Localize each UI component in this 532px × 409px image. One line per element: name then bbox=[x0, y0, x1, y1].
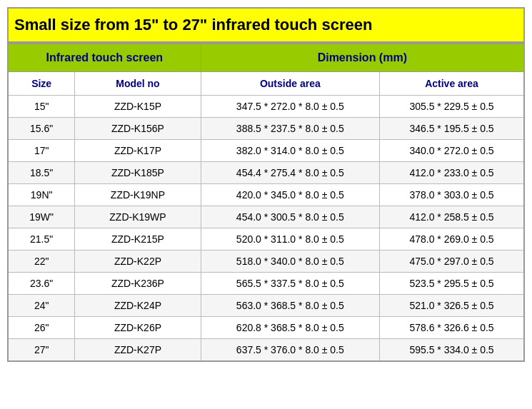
cell-outside: 620.8 * 368.5 * 8.0 ± 0.5 bbox=[201, 317, 379, 339]
table-row: 22"ZZD-K22P518.0 * 340.0 * 8.0 ± 0.5475.… bbox=[8, 251, 524, 273]
cell-active: 340.0 * 272.0 ± 0.5 bbox=[380, 140, 524, 162]
table-subheader-row: Size Model no Outside area Active area bbox=[8, 72, 524, 96]
col-outside: Outside area bbox=[201, 72, 379, 96]
cell-active: 475.0 * 297.0 ± 0.5 bbox=[380, 251, 524, 273]
cell-model: ZZD-K19WP bbox=[75, 206, 201, 228]
cell-outside: 520.0 * 311.0 * 8.0 ± 0.5 bbox=[201, 228, 379, 251]
table-row: 21.5"ZZD-K215P520.0 * 311.0 * 8.0 ± 0.54… bbox=[8, 228, 524, 251]
cell-model: ZZD-K19NP bbox=[75, 184, 201, 206]
col-active: Active area bbox=[380, 72, 524, 96]
cell-model: ZZD-K22P bbox=[75, 251, 201, 273]
cell-size: 21.5" bbox=[8, 228, 75, 251]
table-row: 17"ZZD-K17P382.0 * 314.0 * 8.0 ± 0.5340.… bbox=[8, 140, 524, 162]
cell-model: ZZD-K215P bbox=[75, 228, 201, 251]
header-dimension: Dimension (mm) bbox=[201, 44, 524, 72]
cell-size: 22" bbox=[8, 251, 75, 273]
cell-outside: 565.5 * 337.5 * 8.0 ± 0.5 bbox=[201, 273, 379, 295]
cell-model: ZZD-K27P bbox=[75, 339, 201, 362]
table-row: 18.5"ZZD-K185P454.4 * 275.4 * 8.0 ± 0.54… bbox=[8, 162, 524, 184]
table-row: 24"ZZD-K24P563.0 * 368.5 * 8.0 ± 0.5521.… bbox=[8, 295, 524, 317]
cell-outside: 454.0 * 300.5 * 8.0 ± 0.5 bbox=[201, 206, 379, 228]
cell-size: 26" bbox=[8, 317, 75, 339]
table-header-row: Infrared touch screen Dimension (mm) bbox=[8, 44, 524, 72]
cell-model: ZZD-K156P bbox=[75, 118, 201, 140]
cell-size: 19W" bbox=[8, 206, 75, 228]
table-row: 23.6"ZZD-K236P565.5 * 337.5 * 8.0 ± 0.55… bbox=[8, 273, 524, 295]
cell-active: 521.0 * 326.5 ± 0.5 bbox=[380, 295, 524, 317]
data-table: Infrared touch screen Dimension (mm) Siz… bbox=[7, 43, 525, 362]
table-row: 27"ZZD-K27P637.5 * 376.0 * 8.0 ± 0.5595.… bbox=[8, 339, 524, 362]
header-infrared: Infrared touch screen bbox=[8, 44, 201, 72]
cell-active: 412.0 * 258.5 ± 0.5 bbox=[380, 206, 524, 228]
cell-size: 17" bbox=[8, 140, 75, 162]
cell-size: 27" bbox=[8, 339, 75, 362]
cell-model: ZZD-K26P bbox=[75, 317, 201, 339]
cell-outside: 454.4 * 275.4 * 8.0 ± 0.5 bbox=[201, 162, 379, 184]
cell-model: ZZD-K17P bbox=[75, 140, 201, 162]
cell-active: 305.5 * 229.5 ± 0.5 bbox=[380, 96, 524, 118]
cell-outside: 382.0 * 314.0 * 8.0 ± 0.5 bbox=[201, 140, 379, 162]
cell-outside: 637.5 * 376.0 * 8.0 ± 0.5 bbox=[201, 339, 379, 362]
page-title: Small size from 15" to 27" infrared touc… bbox=[7, 7, 525, 43]
cell-model: ZZD-K185P bbox=[75, 162, 201, 184]
cell-active: 478.0 * 269.0 ± 0.5 bbox=[380, 228, 524, 251]
cell-model: ZZD-K15P bbox=[75, 96, 201, 118]
table-row: 15"ZZD-K15P347.5 * 272.0 * 8.0 ± 0.5305.… bbox=[8, 96, 524, 118]
cell-outside: 388.5 * 237.5 * 8.0 ± 0.5 bbox=[201, 118, 379, 140]
cell-size: 15.6" bbox=[8, 118, 75, 140]
cell-size: 23.6" bbox=[8, 273, 75, 295]
cell-size: 19N" bbox=[8, 184, 75, 206]
cell-outside: 518.0 * 340.0 * 8.0 ± 0.5 bbox=[201, 251, 379, 273]
cell-active: 578.6 * 326.6 ± 0.5 bbox=[380, 317, 524, 339]
table-body: 15"ZZD-K15P347.5 * 272.0 * 8.0 ± 0.5305.… bbox=[8, 96, 524, 362]
cell-model: ZZD-K24P bbox=[75, 295, 201, 317]
cell-outside: 420.0 * 345.0 * 8.0 ± 0.5 bbox=[201, 184, 379, 206]
cell-outside: 563.0 * 368.5 * 8.0 ± 0.5 bbox=[201, 295, 379, 317]
cell-active: 346.5 * 195.5 ± 0.5 bbox=[380, 118, 524, 140]
cell-active: 523.5 * 295.5 ± 0.5 bbox=[380, 273, 524, 295]
col-size: Size bbox=[8, 72, 75, 96]
table-row: 15.6"ZZD-K156P388.5 * 237.5 * 8.0 ± 0.53… bbox=[8, 118, 524, 140]
cell-active: 412.0 * 233.0 ± 0.5 bbox=[380, 162, 524, 184]
cell-size: 24" bbox=[8, 295, 75, 317]
cell-active: 378.0 * 303.0 ± 0.5 bbox=[380, 184, 524, 206]
table-row: 19N"ZZD-K19NP420.0 * 345.0 * 8.0 ± 0.537… bbox=[8, 184, 524, 206]
cell-model: ZZD-K236P bbox=[75, 273, 201, 295]
table-row: 19W"ZZD-K19WP454.0 * 300.5 * 8.0 ± 0.541… bbox=[8, 206, 524, 228]
cell-outside: 347.5 * 272.0 * 8.0 ± 0.5 bbox=[201, 96, 379, 118]
cell-size: 15" bbox=[8, 96, 75, 118]
col-model: Model no bbox=[75, 72, 201, 96]
table-row: 26"ZZD-K26P620.8 * 368.5 * 8.0 ± 0.5578.… bbox=[8, 317, 524, 339]
cell-active: 595.5 * 334.0 ± 0.5 bbox=[380, 339, 524, 362]
cell-size: 18.5" bbox=[8, 162, 75, 184]
